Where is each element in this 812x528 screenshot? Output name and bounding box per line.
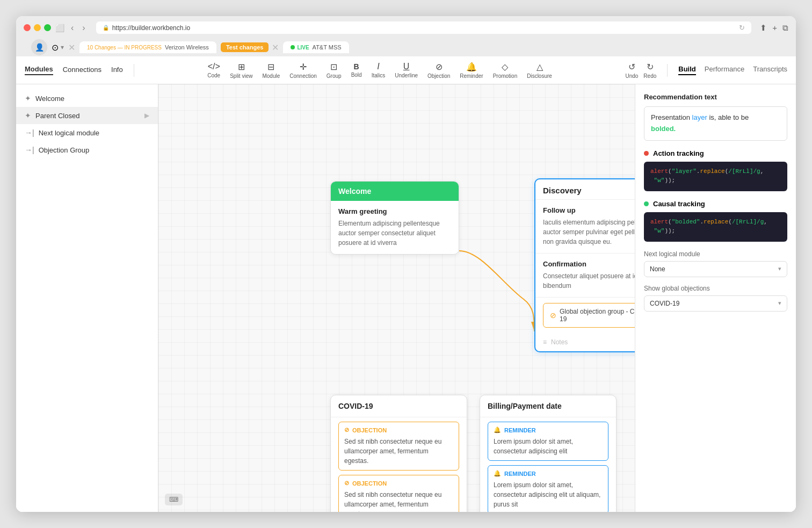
sidebar-toggle-icon[interactable]: ⬜: [55, 24, 64, 32]
dropdown-arrow-user[interactable]: ▾: [61, 44, 64, 51]
tabs-icon[interactable]: ⧉: [782, 23, 788, 33]
sidebar-icon-objection-group: →|: [25, 146, 34, 154]
tool-disclosure[interactable]: △ Disclosure: [527, 62, 552, 79]
billing-card[interactable]: Billing/Payment date 🔔 REMINDER Lorem ip…: [480, 395, 617, 512]
code-label: Code: [207, 73, 220, 78]
sidebar-item-objection-group[interactable]: →| Objection Group: [16, 141, 158, 158]
notes-row[interactable]: ≡ Notes: [535, 333, 635, 351]
causal-tracking-dot: [644, 201, 649, 206]
tool-module[interactable]: ⊟ Module: [262, 62, 280, 79]
performance-tab[interactable]: Performance: [705, 65, 744, 75]
objection-badge-icon: ⊘: [550, 311, 556, 320]
global-obj-label: Show global objections: [644, 285, 787, 292]
refresh-icon[interactable]: ↻: [739, 24, 745, 32]
tool-reminder[interactable]: 🔔 Reminder: [460, 62, 483, 79]
sidebar-item-welcome[interactable]: ✦ Welcome: [16, 90, 158, 107]
tab-verizon[interactable]: 10 Changes — IN PROGRESS Verizon Wireles…: [79, 41, 216, 53]
user-avatar[interactable]: 👤: [31, 39, 47, 55]
rec-text-part1: Presentation: [651, 113, 692, 121]
connection-icon: ✛: [300, 62, 307, 72]
action-tracking-code[interactable]: alert("layer".replace(/[RrLl]/g, "w"));: [644, 162, 787, 191]
welcome-card-header: Welcome: [331, 182, 459, 201]
sidebar-item-next-module[interactable]: →| Next logical module: [16, 124, 158, 141]
global-objection-badge[interactable]: ⊘ Global objection group - COVID-19 ✕: [543, 303, 635, 328]
share-icon[interactable]: ⬆: [760, 23, 767, 33]
obj-block-1-header: OBJECTION: [352, 427, 387, 433]
splitview-label: Split view: [230, 73, 252, 79]
causal-tracking-code[interactable]: alert("bolded".replace(/[RrLl]/g, "w"));: [644, 212, 787, 242]
tool-underline[interactable]: U Underline: [395, 62, 418, 78]
redo-button[interactable]: ↻ Redo: [643, 62, 656, 79]
discovery-card-header: Discovery: [535, 179, 635, 200]
global-obj-value: COVID-19: [650, 300, 679, 307]
global-obj-select[interactable]: COVID-19 ▾: [644, 295, 787, 312]
connections-tab[interactable]: Connections: [63, 66, 102, 75]
sidebar-icon-welcome: ✦: [25, 94, 31, 103]
covid-card[interactable]: COVID-19 ⊘ OBJECTION Sed sit nibh consec…: [330, 395, 467, 512]
target-symbol: ⊙: [52, 42, 59, 53]
back-button[interactable]: ‹: [69, 22, 76, 34]
tool-group[interactable]: ⊡ Group: [327, 62, 342, 79]
objection-badge-label: Global objection group - COVID-19: [560, 308, 635, 323]
reminder-2-icon: 🔔: [494, 470, 501, 477]
address-bar[interactable]: 🔒 https://builder.workbench.io ↻: [96, 21, 752, 34]
reminder-1-icon: 🔔: [494, 426, 501, 433]
causal-tracking-row: Causal tracking: [644, 200, 787, 208]
tool-splitview[interactable]: ⊞ Split view: [230, 62, 252, 79]
welcome-card[interactable]: Welcome Warm greeting Elementum adipisci…: [330, 181, 459, 255]
tool-code[interactable]: </> Code: [207, 62, 220, 78]
action-tracking-dot: [644, 151, 649, 156]
undo-redo-group: ↺ Undo ↻ Redo: [625, 62, 656, 79]
tab-att[interactable]: LIVE AT&T MSS: [283, 41, 349, 53]
rec-text-title: Recommendation text: [644, 93, 787, 101]
objection-icon: ⊘: [436, 62, 443, 72]
global-obj-arrow: ▾: [778, 300, 781, 307]
new-tab-icon[interactable]: +: [772, 23, 777, 33]
test-changes-button[interactable]: Test changes: [221, 42, 269, 52]
tool-promotion[interactable]: ◇ Promotion: [493, 62, 518, 79]
transcripts-tab[interactable]: Transcripts: [753, 65, 787, 75]
tool-bold[interactable]: B Bold: [351, 62, 362, 78]
tab2-close[interactable]: ✕: [272, 42, 279, 53]
sidebar-arrow-parent-closed: ▶: [144, 112, 149, 119]
tool-connection[interactable]: ✛ Connection: [289, 62, 317, 79]
obj-block-2-header: OBJECTION: [352, 480, 387, 487]
action-tracking-row: Action tracking: [644, 149, 787, 157]
sidebar-label-next-module: Next logical module: [39, 129, 99, 137]
modules-tab[interactable]: Modules: [25, 65, 53, 75]
discovery-card[interactable]: Discovery Follow up Iaculis elementum ad…: [534, 178, 635, 352]
build-tab[interactable]: Build: [678, 65, 696, 75]
promotion-icon: ◇: [502, 62, 508, 72]
forward-button[interactable]: ›: [80, 22, 87, 34]
code-replace-2: replace: [704, 219, 728, 225]
tool-objection[interactable]: ⊘ Objection: [427, 62, 450, 79]
reminder-block-2: 🔔 REMINDER Lorem ipsum dolor sit amet, c…: [488, 465, 608, 512]
live-dot: [291, 45, 295, 49]
next-module-label: Next logical module: [644, 250, 787, 258]
maximize-button[interactable]: [44, 24, 51, 31]
code-replace-1: replace: [700, 168, 724, 175]
close-button[interactable]: [24, 24, 31, 31]
build-tabs: Build Performance Transcripts: [678, 65, 787, 75]
obj-block-1-text: Sed sit nibh consectetur neque eu ullamc…: [344, 437, 453, 466]
undo-button[interactable]: ↺ Undo: [625, 62, 638, 79]
info-tab[interactable]: Info: [111, 66, 123, 75]
user-icon: 👤: [35, 43, 44, 52]
italics-label: Italics: [372, 73, 386, 78]
bold-label: Bold: [351, 72, 362, 78]
code-icon: </>: [208, 62, 220, 71]
notes-label: Notes: [551, 338, 568, 346]
followup-section: Follow up Iaculis elementum adipiscing p…: [535, 200, 635, 254]
app-tabs: 👤 ⊙ ▾ ✕ 10 Changes — IN PROGRESS Verizon…: [24, 38, 788, 56]
tab1-close[interactable]: ✕: [68, 42, 75, 53]
tool-italics[interactable]: I Italics: [372, 62, 386, 78]
objection-block-2: ⊘ OBJECTION Sed sit nibh consectetur neq…: [338, 475, 459, 512]
target-icon[interactable]: ⊙ ▾: [52, 42, 64, 53]
next-module-select[interactable]: None ▾: [644, 261, 787, 277]
sidebar-item-parent-closed[interactable]: ✦ Parent Closed ▶: [16, 107, 158, 124]
minimize-button[interactable]: [34, 24, 41, 31]
disclosure-label: Disclosure: [527, 73, 552, 79]
module-icon: ⊟: [267, 62, 274, 72]
welcome-card-body: Warm greeting Elementum adipiscing pelle…: [331, 201, 459, 254]
reminder-1-text: Lorem ipsum dolor sit amet, consectetur …: [494, 437, 603, 456]
